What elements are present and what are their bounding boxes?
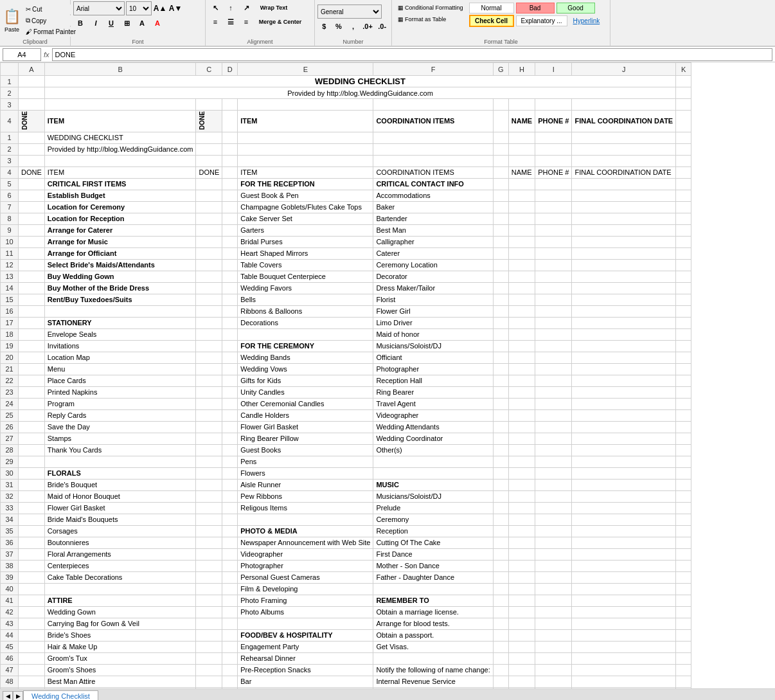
cell-a39[interactable]: [19, 571, 45, 583]
cell-g7[interactable]: [493, 201, 508, 213]
cell-f42[interactable]: Obtain a marriage license.: [373, 606, 493, 618]
cell-k37[interactable]: [676, 548, 691, 560]
cell-h29[interactable]: [508, 456, 535, 467]
cell-b43[interactable]: Carrying Bag for Gown & Veil: [44, 618, 196, 629]
cell-h16[interactable]: [508, 305, 535, 317]
cell-c17[interactable]: [196, 317, 222, 328]
cell-c19[interactable]: [196, 340, 222, 352]
cell-e24[interactable]: Other Ceremonial Candles: [238, 398, 373, 409]
cell-a4[interactable]: DONE: [19, 166, 45, 178]
cell-d13[interactable]: [222, 271, 238, 282]
cell-f3[interactable]: [373, 155, 493, 166]
cell-k4[interactable]: [676, 166, 691, 178]
cell-h47[interactable]: [508, 664, 535, 676]
cell-i48[interactable]: [535, 676, 572, 687]
cell-d16[interactable]: [222, 305, 238, 317]
percent-button[interactable]: %: [332, 20, 346, 33]
cell-k46[interactable]: [676, 652, 691, 664]
cell-c35[interactable]: [196, 525, 222, 537]
cell-a13[interactable]: [19, 271, 45, 282]
cell-a36[interactable]: [19, 537, 45, 548]
cell-j42[interactable]: [572, 606, 676, 618]
cell-c44[interactable]: [196, 629, 222, 641]
cell-k45[interactable]: [676, 641, 691, 652]
cell-j38[interactable]: [572, 560, 676, 571]
cell-j32[interactable]: [572, 490, 676, 502]
cell-f7[interactable]: Baker: [373, 201, 493, 213]
cell-d44[interactable]: [222, 629, 238, 641]
cell-e13[interactable]: Table Bouquet Centerpiece: [238, 271, 373, 282]
cell-j20[interactable]: [572, 352, 676, 363]
cell-g44[interactable]: [493, 629, 508, 641]
border-button[interactable]: ⊞: [120, 17, 134, 30]
cell-h43[interactable]: [508, 618, 535, 629]
cell-j23[interactable]: [572, 386, 676, 398]
cell-b16[interactable]: [44, 305, 196, 317]
align-top-left-button[interactable]: ↖: [208, 1, 222, 14]
cell-c42[interactable]: [196, 606, 222, 618]
cell-g18[interactable]: [493, 328, 508, 340]
cell-f37[interactable]: First Dance: [373, 548, 493, 560]
cell-h10[interactable]: [508, 236, 535, 247]
cell-k41[interactable]: [676, 595, 691, 606]
cell-i23[interactable]: [535, 386, 572, 398]
cell-i16[interactable]: [535, 305, 572, 317]
cell-a3[interactable]: [19, 155, 45, 166]
cell-j48[interactable]: [572, 676, 676, 687]
style-normal-cell[interactable]: Normal: [469, 3, 514, 13]
cell-h6[interactable]: [508, 190, 535, 201]
cell-j33[interactable]: [572, 502, 676, 514]
cell-i43[interactable]: [535, 618, 572, 629]
cell-d39[interactable]: [222, 571, 238, 583]
cell-j34[interactable]: [572, 514, 676, 525]
cell-j4[interactable]: FINAL COORDINATION DATE: [572, 166, 676, 178]
cell-h3[interactable]: [508, 99, 535, 111]
cell-j13[interactable]: [572, 271, 676, 282]
cell-j16[interactable]: [572, 305, 676, 317]
cell-f4[interactable]: COORDINATION ITEMS: [373, 111, 493, 132]
cell-j37[interactable]: [572, 548, 676, 560]
cell-g45[interactable]: [493, 641, 508, 652]
cell-g4[interactable]: [493, 111, 508, 132]
cell-i41[interactable]: [535, 595, 572, 606]
cell-h35[interactable]: [508, 525, 535, 537]
cell-e42[interactable]: Photo Albums: [238, 606, 373, 618]
cell-i9[interactable]: [535, 224, 572, 236]
cell-g19[interactable]: [493, 340, 508, 352]
cell-c16[interactable]: [196, 305, 222, 317]
cell-a7[interactable]: [19, 201, 45, 213]
cell-c45[interactable]: [196, 641, 222, 652]
cell-k44[interactable]: [676, 629, 691, 641]
cell-c47[interactable]: [196, 664, 222, 676]
cell-g43[interactable]: [493, 618, 508, 629]
cell-b3[interactable]: [44, 99, 196, 111]
cell-f13[interactable]: Decorator: [373, 271, 493, 282]
cell-a47[interactable]: [19, 664, 45, 676]
cell-a48[interactable]: [19, 676, 45, 687]
cell-d23[interactable]: [222, 386, 238, 398]
font-size-select[interactable]: 10: [126, 1, 152, 15]
cell-e11[interactable]: Heart Shaped Mirrors: [238, 247, 373, 259]
cell-h3[interactable]: [508, 155, 535, 166]
paste-button[interactable]: 📋 Paste: [3, 1, 21, 40]
cell-d12[interactable]: [222, 259, 238, 271]
cell-g3[interactable]: [493, 99, 508, 111]
cell-d27[interactable]: [222, 433, 238, 444]
cell-d33[interactable]: [222, 502, 238, 514]
cell-j9[interactable]: [572, 224, 676, 236]
cell-i40[interactable]: [535, 583, 572, 595]
cell-i4[interactable]: PHONE #: [535, 111, 572, 132]
cell-c22[interactable]: [196, 375, 222, 386]
align-top-right-button[interactable]: ↗: [239, 1, 253, 14]
cell-h19[interactable]: [508, 340, 535, 352]
cell-f9[interactable]: Best Man: [373, 224, 493, 236]
cell-f16[interactable]: Flower Girl: [373, 305, 493, 317]
cell-a19[interactable]: [19, 340, 45, 352]
cell-i34[interactable]: [535, 514, 572, 525]
cell-i8[interactable]: [535, 213, 572, 224]
cell-c48[interactable]: [196, 676, 222, 687]
cell-b4[interactable]: ITEM: [44, 166, 196, 178]
cell-b4[interactable]: ITEM: [44, 111, 196, 132]
cell-g17[interactable]: [493, 317, 508, 328]
cell-b2[interactable]: Provided by http://blog.WeddingGuidance.…: [44, 143, 196, 155]
